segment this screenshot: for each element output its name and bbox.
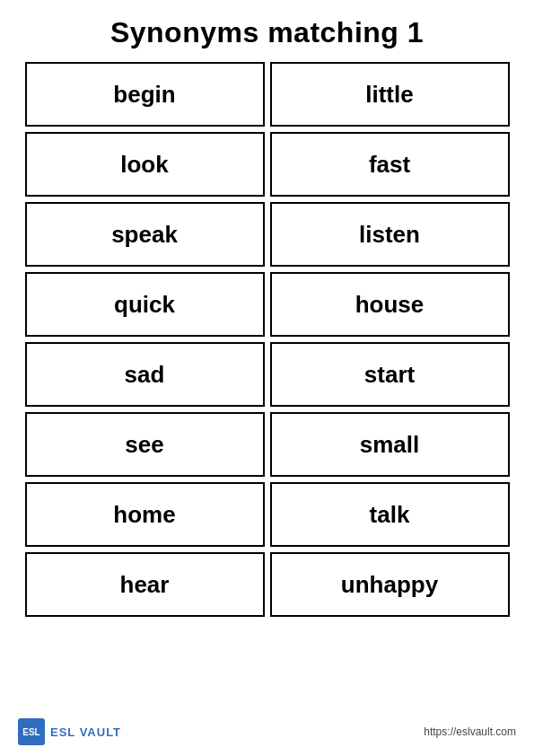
word-card-right-1: fast: [270, 132, 510, 197]
word-card-right-5: small: [270, 412, 510, 477]
word-left-5: see: [125, 431, 163, 459]
word-left-6: home: [113, 501, 175, 529]
page-footer: ESL ESL VAULT https://eslvault.com: [0, 718, 534, 745]
word-left-2: speak: [111, 221, 178, 249]
logo-box: ESL: [18, 718, 45, 745]
word-card-right-0: little: [270, 62, 510, 127]
word-left-1: look: [120, 151, 168, 179]
word-card-right-4: start: [270, 342, 510, 407]
word-right-6: talk: [370, 501, 410, 529]
word-card-left-6: home: [25, 482, 265, 547]
word-card-right-3: house: [270, 272, 510, 337]
word-card-left-1: look: [25, 132, 265, 197]
page-title: Synonyms matching 1: [110, 16, 424, 49]
word-right-1: fast: [369, 151, 410, 179]
footer-url: https://eslvault.com: [424, 725, 516, 738]
word-card-right-6: talk: [270, 482, 510, 547]
word-card-left-3: quick: [25, 272, 265, 337]
word-right-2: listen: [359, 221, 420, 249]
word-card-left-0: begin: [25, 62, 265, 127]
word-left-0: begin: [113, 81, 175, 109]
synonyms-grid: beginlittlelookfastspeaklistenquickhouse…: [16, 62, 519, 617]
word-card-left-2: speak: [25, 202, 265, 267]
logo-abbr: ESL: [22, 727, 39, 737]
logo-text: ESL VAULT: [50, 725, 121, 739]
word-right-3: house: [355, 291, 425, 319]
word-card-left-7: hear: [25, 552, 265, 617]
word-card-right-2: listen: [270, 202, 510, 267]
word-card-left-4: sad: [25, 342, 265, 407]
word-left-3: quick: [114, 291, 175, 319]
word-left-7: hear: [120, 571, 170, 599]
footer-logo: ESL ESL VAULT: [18, 718, 121, 745]
word-left-4: sad: [125, 361, 165, 389]
word-right-0: little: [365, 81, 413, 109]
word-right-4: start: [364, 361, 415, 389]
word-right-7: unhappy: [341, 571, 438, 599]
word-card-right-7: unhappy: [270, 552, 510, 617]
word-right-5: small: [360, 431, 420, 459]
word-card-left-5: see: [25, 412, 265, 477]
